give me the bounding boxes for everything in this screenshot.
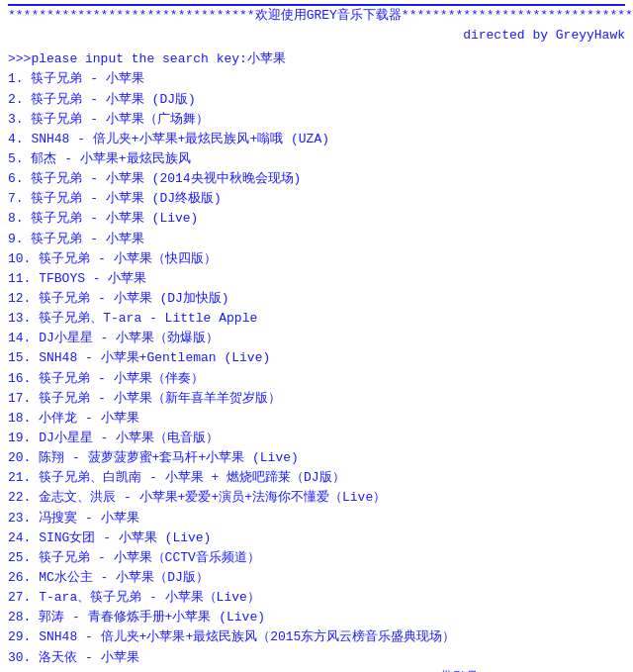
result-item: 2. 筷子兄弟 - 小苹果 (DJ版) bbox=[8, 90, 625, 110]
result-item: 17. 筷子兄弟 - 小苹果（新年喜羊羊贺岁版） bbox=[8, 389, 625, 409]
result-item: 23. 冯搜寞 - 小苹果 bbox=[8, 509, 625, 528]
result-item: 10. 筷子兄弟 - 小苹果（快四版） bbox=[8, 249, 625, 269]
search-prompt: >>>please input the search key:小苹果 bbox=[8, 49, 625, 69]
result-item: 24. SING女团 - 小苹果 (Live) bbox=[8, 528, 625, 548]
result-item: 21. 筷子兄弟、白凯南 - 小苹果 + 燃烧吧蹄莱（DJ版） bbox=[8, 468, 625, 488]
result-item: 27. T-ara、筷子兄弟 - 小苹果（Live） bbox=[8, 588, 625, 608]
result-item: 19. DJ小星星 - 小苹果（电音版） bbox=[8, 429, 625, 448]
result-item: 18. 小伴龙 - 小苹果 bbox=[8, 409, 625, 429]
directed-line: directed by GreyyHawk bbox=[8, 26, 625, 46]
results-list: 1. 筷子兄弟 - 小苹果2. 筷子兄弟 - 小苹果 (DJ版)3. 筷子兄弟 … bbox=[8, 69, 625, 667]
result-item: 4. SNH48 - 倍儿夹+小苹果+最炫民族风+嗡哦 (UZA) bbox=[8, 130, 625, 149]
result-item: 1. 筷子兄弟 - 小苹果 bbox=[8, 69, 625, 89]
result-item: 6. 筷子兄弟 - 小苹果 (2014央视中秋晚会现场) bbox=[8, 169, 625, 189]
terminal-window: ********************************欢迎使用GREY… bbox=[0, 0, 633, 672]
result-item: 30. 洛天依 - 小苹果 bbox=[8, 648, 625, 668]
result-item: 26. MC水公主 - 小苹果（DJ版） bbox=[8, 568, 625, 588]
result-item: 8. 筷子兄弟 - 小苹果 (Live) bbox=[8, 209, 625, 229]
result-item: 9. 筷子兄弟 - 小苹果 bbox=[8, 230, 625, 249]
result-item: 13. 筷子兄弟、T-ara - Little Apple bbox=[8, 309, 625, 329]
choice-prompt: >>>Which one do you want(you can input '… bbox=[8, 668, 625, 672]
result-item: 25. 筷子兄弟 - 小苹果（CCTV音乐频道） bbox=[8, 548, 625, 568]
result-item: 11. TFBOYS - 小苹果 bbox=[8, 269, 625, 289]
header-stars: ********************************欢迎使用GREY… bbox=[8, 6, 625, 26]
result-item: 20. 陈翔 - 菠萝菠萝蜜+套马杆+小苹果 (Live) bbox=[8, 448, 625, 468]
result-item: 12. 筷子兄弟 - 小苹果 (DJ加快版) bbox=[8, 289, 625, 309]
result-item: 14. DJ小星星 - 小苹果（劲爆版） bbox=[8, 329, 625, 348]
result-item: 28. 郭涛 - 青春修炼手册+小苹果 (Live) bbox=[8, 608, 625, 627]
result-item: 5. 郁杰 - 小苹果+最炫民族风 bbox=[8, 149, 625, 169]
result-item: 22. 金志文、洪辰 - 小苹果+爱爱+演员+法海你不懂爱（Live） bbox=[8, 488, 625, 508]
result-item: 15. SNH48 - 小苹果+Gentleman (Live) bbox=[8, 348, 625, 368]
result-item: 16. 筷子兄弟 - 小苹果（伴奏） bbox=[8, 369, 625, 389]
result-item: 29. SNH48 - 倍儿夹+小苹果+最炫民族风（2015东方风云榜音乐盛典现… bbox=[8, 627, 625, 647]
result-item: 7. 筷子兄弟 - 小苹果 (DJ终极版) bbox=[8, 189, 625, 209]
result-item: 3. 筷子兄弟 - 小苹果（广场舞） bbox=[8, 110, 625, 130]
